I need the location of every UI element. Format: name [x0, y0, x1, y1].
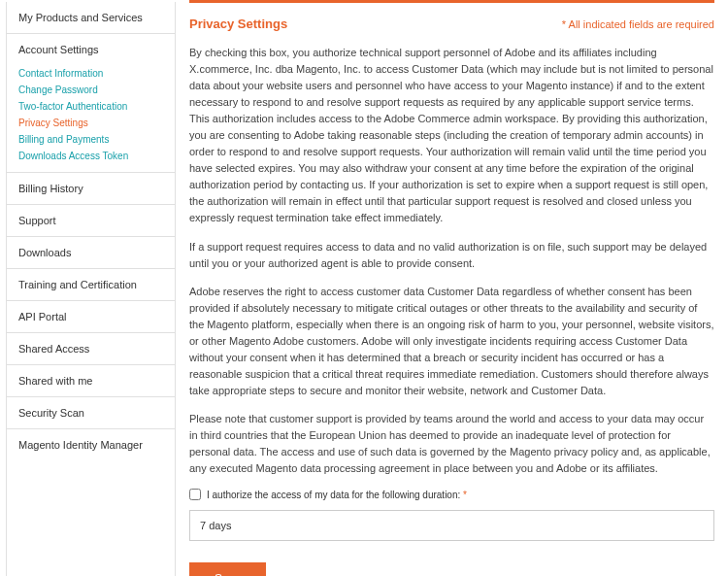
sub-item-label: Two-factor Authentication	[18, 101, 127, 112]
authorize-checkbox[interactable]	[189, 489, 201, 500]
sidebar-item-training[interactable]: Training and Certification	[7, 268, 175, 300]
sidebar-item-support[interactable]: Support	[7, 204, 175, 236]
sidebar-item-label: My Products and Services	[18, 12, 143, 23]
required-asterisk: *	[463, 490, 467, 500]
sidebar-nav: My Products and Services Account Setting…	[6, 2, 176, 576]
page-title: Privacy Settings	[189, 17, 287, 31]
sidebar-item-identity-manager[interactable]: Magento Identity Manager	[7, 428, 175, 460]
sub-item-label: Contact Information	[18, 68, 103, 79]
sidebar-item-label: Account Settings	[18, 44, 99, 55]
sub-item-downloads-token[interactable]: Downloads Access Token	[18, 148, 163, 164]
duration-select[interactable]: 7 days	[189, 510, 714, 541]
authorize-checkbox-row: I authorize the access of my data for th…	[189, 489, 714, 500]
sub-item-privacy-settings[interactable]: Privacy Settings	[18, 115, 163, 131]
save-button[interactable]: Save	[189, 562, 266, 576]
required-fields-note: * All indicated fields are required	[562, 18, 714, 30]
sub-item-label: Downloads Access Token	[18, 151, 128, 161]
sidebar-item-account-settings[interactable]: Account Settings	[7, 33, 175, 61]
sub-item-label: Privacy Settings	[18, 118, 88, 128]
sidebar-item-label: Downloads	[18, 247, 71, 258]
sidebar-item-security-scan[interactable]: Security Scan	[7, 396, 175, 428]
sub-item-label: Billing and Payments	[18, 134, 109, 145]
main-content: Privacy Settings * All indicated fields …	[176, 0, 728, 576]
sub-item-label: Change Password	[18, 85, 98, 95]
header-row: Privacy Settings * All indicated fields …	[189, 17, 714, 31]
auth-paragraph-4: Please note that customer support is pro…	[189, 411, 714, 477]
sidebar-item-api-portal[interactable]: API Portal	[7, 300, 175, 332]
sidebar-item-label: Support	[18, 215, 56, 226]
auth-paragraph-1: By checking this box, you authorize tech…	[189, 45, 714, 227]
duration-value: 7 days	[200, 520, 231, 531]
checkbox-label-text: I authorize the access of my data for th…	[207, 490, 460, 500]
sidebar-item-label: Shared Access	[18, 343, 89, 355]
sidebar-item-shared-access[interactable]: Shared Access	[7, 332, 175, 364]
sub-item-contact-info[interactable]: Contact Information	[18, 65, 163, 82]
sidebar-item-label: Magento Identity Manager	[18, 439, 143, 451]
sidebar-item-label: Billing History	[18, 183, 83, 194]
sidebar-item-label: API Portal	[18, 311, 67, 322]
sidebar-item-shared-with-me[interactable]: Shared with me	[7, 364, 175, 396]
sub-item-billing-payments[interactable]: Billing and Payments	[18, 131, 163, 148]
sidebar-item-downloads[interactable]: Downloads	[7, 236, 175, 268]
sidebar-item-products[interactable]: My Products and Services	[7, 2, 175, 33]
sidebar-item-label: Training and Certification	[18, 279, 137, 290]
sidebar-item-billing-history[interactable]: Billing History	[7, 172, 175, 204]
auth-paragraph-3: Adobe reserves the right to access custo…	[189, 284, 714, 399]
authorize-checkbox-label: I authorize the access of my data for th…	[207, 490, 467, 500]
auth-paragraph-2: If a support request requires access to …	[189, 239, 714, 272]
sidebar-item-label: Security Scan	[18, 407, 84, 419]
sub-item-change-password[interactable]: Change Password	[18, 82, 163, 98]
sub-item-two-factor[interactable]: Two-factor Authentication	[18, 98, 163, 115]
sidebar-item-label: Shared with me	[18, 375, 92, 387]
top-accent-bar	[189, 0, 714, 3]
sidebar-sub-items: Contact Information Change Password Two-…	[7, 61, 175, 172]
